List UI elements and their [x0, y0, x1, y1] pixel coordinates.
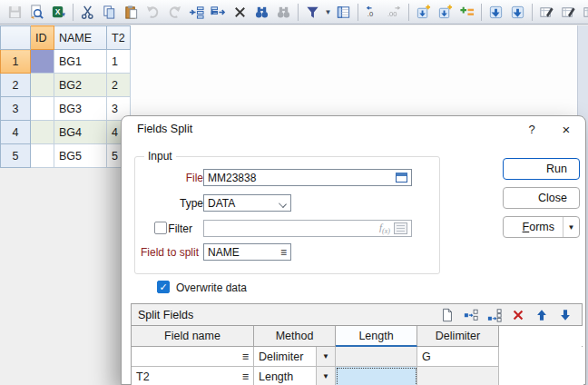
grid-calculator-icon[interactable]	[580, 2, 588, 23]
add-field-icon[interactable]	[413, 2, 434, 23]
dialog-titlebar[interactable]: Fields Split	[122, 116, 585, 142]
cell-name[interactable]: BG5	[54, 144, 107, 168]
field-update-icon[interactable]	[558, 2, 579, 23]
split-fields-table: Field name Method Length Delimiter ≡ Del…	[132, 326, 583, 385]
toolbar-separator	[408, 4, 409, 21]
row-number[interactable]: 4	[1, 121, 31, 144]
forms-label: Forms	[523, 221, 563, 233]
field-menu-icon[interactable]: ≡	[280, 246, 287, 259]
row-number[interactable]: 2	[1, 74, 31, 97]
length-cell[interactable]	[336, 347, 417, 367]
delimiter-cell[interactable]	[417, 367, 499, 385]
table-row: 4 BG4 4	[1, 121, 131, 144]
cell-name[interactable]: BG4	[54, 121, 107, 144]
column-header-name[interactable]: NAME	[54, 26, 107, 50]
overwrite-label: Overwrite data	[176, 281, 247, 294]
cell-t2[interactable]: 2	[107, 74, 131, 97]
append-rows-icon[interactable]	[456, 2, 477, 23]
header-method[interactable]: Method	[254, 326, 336, 347]
field-to-split-input[interactable]: NAME ≡	[203, 243, 291, 261]
split-delete-icon[interactable]	[509, 306, 527, 324]
copy-icon[interactable]	[99, 2, 120, 23]
forms-button[interactable]: Forms ▼	[503, 216, 580, 238]
file-value: MM23838	[208, 172, 396, 184]
column-header-t2[interactable]: T2	[107, 26, 131, 50]
column-header-id[interactable]: ID	[31, 26, 54, 50]
split-fields-panel: Split Fields Field name Method Length De…	[131, 303, 583, 385]
header-length[interactable]: Length	[336, 326, 417, 347]
cell-id[interactable]	[31, 144, 54, 168]
export-excel-icon[interactable]: X	[48, 2, 69, 23]
filter-icon[interactable]	[302, 2, 323, 23]
type-label: Type	[131, 197, 203, 210]
move-down-icon[interactable]	[556, 306, 574, 324]
main-toolbar: X▼.0.00	[0, 0, 588, 25]
browse-window-icon[interactable]	[396, 173, 407, 183]
cell-id[interactable]	[31, 74, 54, 97]
help-button[interactable]: ?	[518, 119, 545, 139]
paste-icon[interactable]	[121, 2, 142, 23]
close-button[interactable]: Close	[503, 187, 580, 209]
field-picker-icon[interactable]: ≡	[242, 350, 249, 363]
toolbar-separator	[358, 4, 358, 21]
run-button[interactable]: Run	[503, 158, 580, 180]
field-picker-icon[interactable]: ≡	[242, 370, 249, 383]
find-next-icon	[273, 2, 294, 23]
decimal-decrease-icon[interactable]: .0	[362, 2, 383, 23]
header-field-name[interactable]: Field name	[132, 326, 254, 347]
insert-field-icon[interactable]	[435, 2, 456, 23]
cut-icon[interactable]	[77, 2, 98, 23]
svg-text:.00: .00	[387, 10, 397, 18]
length-cell-selected[interactable]	[336, 367, 417, 385]
svg-text:.0: .0	[368, 10, 373, 18]
type-combobox[interactable]: DATA	[203, 194, 291, 212]
find-icon[interactable]	[251, 2, 272, 23]
expression-list-icon[interactable]	[394, 222, 407, 234]
cell-name[interactable]: BG3	[54, 97, 107, 121]
split-insert-icon[interactable]	[485, 306, 504, 324]
field-name-cell[interactable]: T2 ≡	[132, 367, 254, 385]
method-cell[interactable]: Length	[254, 367, 317, 385]
row-number[interactable]: 1	[1, 50, 31, 74]
field-calculator-icon[interactable]	[536, 2, 557, 23]
insert-record-icon[interactable]	[186, 2, 207, 23]
method-dropdown-icon[interactable]: ▼	[317, 347, 336, 367]
filter-dropdown-icon[interactable]: ▼	[324, 8, 332, 16]
cell-name[interactable]: BG1	[54, 50, 107, 74]
row-number[interactable]: 5	[1, 144, 31, 168]
fill-column-icon[interactable]	[507, 2, 528, 23]
split-append-icon[interactable]	[462, 306, 480, 324]
cell-t2[interactable]: 1	[107, 50, 131, 74]
new-split-field-icon[interactable]	[438, 306, 456, 324]
header-filler	[499, 326, 583, 346]
row-number[interactable]: 3	[1, 97, 31, 121]
field-name-cell[interactable]: ≡	[132, 347, 254, 367]
move-up-icon[interactable]	[533, 306, 551, 324]
toolbar-separator	[532, 4, 533, 21]
header-delimiter[interactable]: Delimiter	[417, 326, 499, 347]
cell-name[interactable]: BG2	[54, 74, 107, 97]
delete-record-icon[interactable]	[230, 2, 250, 23]
fill-down-icon[interactable]	[485, 2, 506, 23]
type-value: DATA	[208, 197, 279, 210]
redo-icon	[164, 2, 185, 23]
fields-split-dialog: Fields Split ? × Input File MM23838 Type…	[121, 115, 586, 385]
function-icon: f(x)	[379, 222, 390, 235]
split-fields-toolbar	[438, 306, 582, 324]
focused-cell[interactable]	[31, 50, 54, 74]
forms-dropdown-icon[interactable]: ▼	[564, 223, 579, 232]
close-icon[interactable]: ×	[551, 119, 582, 139]
method-cell[interactable]: Delimiter	[254, 347, 317, 367]
append-record-icon[interactable]	[208, 2, 229, 23]
overwrite-checkbox[interactable]: ✓	[157, 281, 170, 293]
cell-id[interactable]	[31, 97, 54, 121]
split-row: ≡ Delimiter ▼ G	[132, 347, 583, 367]
column-visibility-icon[interactable]	[333, 2, 354, 23]
corner-cell[interactable]	[1, 26, 31, 50]
method-dropdown-icon[interactable]: ▼	[317, 367, 336, 385]
filter-input[interactable]: f(x)	[203, 220, 412, 237]
print-preview-icon[interactable]	[26, 2, 47, 23]
delimiter-cell[interactable]: G	[417, 347, 499, 367]
file-input[interactable]: MM23838	[203, 169, 412, 186]
cell-id[interactable]	[31, 121, 54, 144]
